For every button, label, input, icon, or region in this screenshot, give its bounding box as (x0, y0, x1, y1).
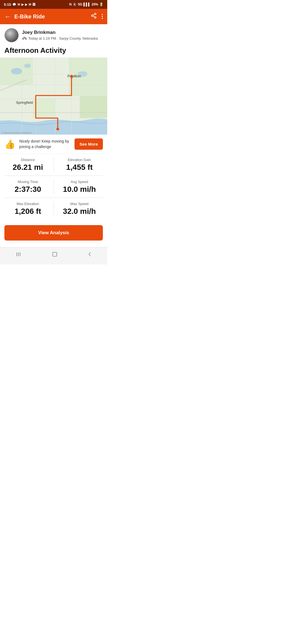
recents-button[interactable] (15, 252, 22, 259)
map-svg: Papillion Springfield © OpenStreetMap co… (0, 58, 107, 135)
distance-label: Distance (21, 158, 35, 162)
stat-max-elevation: Max Elevation 1,206 ft (4, 202, 51, 216)
svg-point-12 (11, 68, 22, 75)
nfc-icon: N (69, 2, 72, 6)
stat-elevation-gain: Elevation Gain 1,455 ft (56, 158, 103, 172)
status-right: N 🔇 5G ▌▌▌ 20% 🔋 (69, 2, 103, 6)
user-row: Joey Brinkman Today at 1:19 PM · Sarpy C… (0, 24, 107, 45)
activity-title: Afternoon Activity (0, 45, 107, 58)
stats-row-3: Max Elevation 1,206 ft Max Speed 32.0 mi… (4, 198, 103, 220)
kudos-row: 👍 Nicely done! Keep moving by joining a … (0, 135, 107, 154)
svg-line-3 (93, 16, 95, 17)
time-display: 5:15 (4, 2, 11, 7)
bottom-nav-bar (0, 247, 107, 264)
svg-line-4 (93, 14, 95, 15)
max-speed-label: Max Speed (70, 202, 89, 206)
stat-divider-1 (54, 158, 54, 172)
max-elevation-label: Max Elevation (16, 202, 39, 206)
top-nav: ← E-Bike Ride (0, 9, 107, 24)
avg-speed-label: Avg Speed (71, 180, 88, 184)
back-nav-button[interactable] (88, 251, 92, 259)
max-speed-value: 32.0 mi/h (63, 207, 96, 216)
thumbs-up-icon: 👍 (4, 139, 15, 149)
moving-time-label: Moving Time (18, 180, 38, 184)
stat-avg-speed: Avg Speed 10.0 mi/h (56, 180, 103, 194)
home-button[interactable] (52, 251, 58, 259)
svg-rect-11 (33, 99, 55, 118)
user-info: Joey Brinkman Today at 1:19 PM · Sarpy C… (22, 30, 98, 41)
stat-divider-3 (54, 202, 54, 216)
map-container[interactable]: Papillion Springfield © OpenStreetMap co… (0, 58, 107, 135)
distance-value: 26.21 mi (13, 163, 43, 172)
avatar[interactable] (4, 28, 19, 42)
gmail2-icon: M (29, 3, 31, 6)
avg-speed-value: 10.0 mi/h (63, 185, 96, 194)
see-more-button[interactable]: See More (75, 138, 103, 150)
more-options-button[interactable] (102, 14, 103, 19)
share-button[interactable] (91, 13, 97, 20)
page-title: E-Bike Ride (14, 13, 91, 20)
user-timestamp: Today at 1:19 PM · Sarpy County, Nebrask… (28, 36, 98, 40)
view-analysis-section: View Analysis (0, 220, 107, 245)
stat-distance: Distance 26.21 mi (4, 158, 51, 172)
nav-icons (91, 13, 103, 20)
stat-max-speed: Max Speed 32.0 mi/h (56, 202, 103, 216)
svg-rect-32 (53, 252, 57, 256)
chat-icon: 💬 (12, 3, 16, 6)
bike-icon (22, 36, 27, 41)
svg-point-26 (70, 75, 73, 78)
status-bar: 5:15 💬 M ▶ ▶ M 🖼 N 🔇 5G ▌▌▌ 20% 🔋 (0, 0, 107, 9)
kudos-message: Nicely done! Keep moving by joining a ch… (19, 139, 71, 149)
svg-point-13 (24, 64, 31, 68)
battery-label: 20% (92, 2, 98, 6)
network-label: 5G (78, 2, 82, 6)
youtube2-icon: ▶ (25, 3, 27, 6)
elevation-gain-value: 1,455 ft (66, 163, 93, 172)
svg-point-27 (56, 128, 59, 130)
svg-rect-10 (80, 96, 107, 118)
gallery-icon: 🖼 (32, 3, 35, 6)
stat-divider-2 (54, 180, 54, 194)
svg-text:© OpenStreetMap contributors: © OpenStreetMap contributors (2, 132, 32, 134)
stats-row-2: Moving Time 2:37:30 Avg Speed 10.0 mi/h (4, 176, 103, 198)
gmail-icon: M (18, 3, 20, 6)
status-left: 5:15 💬 M ▶ ▶ M 🖼 (4, 2, 35, 7)
max-elevation-value: 1,206 ft (15, 207, 41, 216)
stats-section: Distance 26.21 mi Elevation Gain 1,455 f… (0, 154, 107, 220)
stat-moving-time: Moving Time 2:37:30 (4, 180, 51, 194)
user-name: Joey Brinkman (22, 30, 98, 35)
view-analysis-button[interactable]: View Analysis (4, 225, 103, 241)
elevation-gain-label: Elevation Gain (68, 158, 91, 162)
youtube-icon: ▶ (21, 3, 24, 6)
battery-icon: 🔋 (99, 2, 103, 6)
back-button[interactable]: ← (4, 13, 11, 20)
svg-text:Papillion: Papillion (67, 74, 81, 78)
user-meta: Today at 1:19 PM · Sarpy County, Nebrask… (22, 36, 98, 41)
signal-icon: ▌▌▌ (83, 2, 90, 6)
stats-row-1: Distance 26.21 mi Elevation Gain 1,455 f… (4, 154, 103, 176)
svg-text:Springfield: Springfield (16, 100, 33, 105)
moving-time-value: 2:37:30 (15, 185, 41, 194)
mute-icon: 🔇 (73, 2, 77, 6)
